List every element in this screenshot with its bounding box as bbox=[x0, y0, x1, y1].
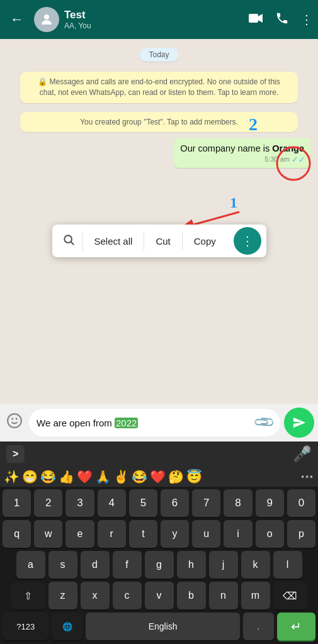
key-w[interactable]: w bbox=[34, 520, 62, 548]
toolbar-left: > bbox=[6, 445, 25, 463]
svg-text:1: 1 bbox=[230, 194, 237, 211]
cut-button[interactable]: Cut bbox=[144, 225, 181, 257]
emoji-thumbsup[interactable]: 👍 bbox=[59, 469, 74, 484]
key-n[interactable]: n bbox=[209, 582, 238, 609]
input-bar: We are open from 2022 📎 bbox=[0, 404, 318, 441]
keyboard-rows: 1 2 3 4 5 6 7 8 9 0 q w e r t y u i o p … bbox=[0, 487, 318, 609]
search-icon[interactable] bbox=[55, 233, 82, 249]
phone-call-icon[interactable] bbox=[275, 11, 289, 28]
emoji-laugh2[interactable]: 😂 bbox=[132, 469, 147, 484]
message-bubble[interactable]: Our company name is Orange 5:30 am ✓✓ bbox=[174, 138, 310, 167]
key-h[interactable]: h bbox=[177, 551, 206, 579]
read-tick: ✓✓ bbox=[292, 154, 305, 165]
key-c[interactable]: c bbox=[113, 582, 142, 609]
key-j[interactable]: j bbox=[209, 551, 238, 579]
key-4[interactable]: 4 bbox=[98, 489, 126, 517]
key-e[interactable]: e bbox=[65, 520, 94, 548]
emoji-more-dots[interactable]: ••• bbox=[301, 472, 314, 482]
language-key[interactable]: 🌐 bbox=[52, 613, 82, 640]
key-b[interactable]: b bbox=[177, 582, 206, 609]
emoji-laugh[interactable]: 😂 bbox=[40, 469, 56, 484]
svg-point-7 bbox=[8, 414, 21, 428]
avatar bbox=[34, 7, 59, 32]
key-0[interactable]: 0 bbox=[287, 489, 315, 517]
key-t[interactable]: t bbox=[129, 520, 157, 548]
svg-rect-1 bbox=[249, 14, 258, 23]
key-u[interactable]: u bbox=[192, 520, 220, 548]
key-k[interactable]: k bbox=[241, 551, 270, 579]
emoji-halo[interactable]: 😇 bbox=[186, 469, 202, 484]
key-m[interactable]: m bbox=[241, 582, 270, 609]
key-o[interactable]: o bbox=[256, 520, 284, 548]
emoji-redheart[interactable]: ❤️ bbox=[150, 469, 166, 484]
period-key[interactable]: . bbox=[243, 613, 274, 640]
key-6[interactable]: 6 bbox=[161, 489, 189, 517]
emoji-button[interactable] bbox=[4, 410, 25, 435]
chat-header: ← Test AA, You ⋮ bbox=[0, 0, 318, 39]
key-2[interactable]: 2 bbox=[34, 489, 62, 517]
emoji-pray[interactable]: 🙏 bbox=[95, 469, 111, 484]
video-call-icon[interactable] bbox=[249, 13, 264, 27]
header-actions: ⋮ bbox=[249, 11, 313, 28]
key-7[interactable]: 7 bbox=[192, 489, 220, 517]
bubble-meta: 5:30 am ✓✓ bbox=[264, 154, 305, 165]
more-options-icon[interactable]: ⋮ bbox=[300, 12, 313, 27]
encryption-notice[interactable]: 🔒 Messages and calls are end-to-end encr… bbox=[20, 72, 298, 103]
keyboard-toolbar: > 🎤 bbox=[0, 441, 318, 467]
emoji-heart[interactable]: ❤️ bbox=[77, 469, 93, 484]
input-text-before: We are open from 2022 bbox=[37, 416, 252, 430]
key-s[interactable]: s bbox=[48, 551, 77, 579]
keyboard: > 🎤 ✨ 😁 😂 👍 ❤️ 🙏 ✌️ 😂 ❤️ 🤔 😇 ••• 1 2 3 4… bbox=[0, 441, 318, 644]
key-z[interactable]: z bbox=[48, 582, 77, 609]
select-all-button[interactable]: Select all bbox=[83, 225, 144, 257]
key-1[interactable]: 1 bbox=[3, 489, 31, 517]
group-created-notice: You created group "Test". Tap to add mem… bbox=[20, 112, 298, 133]
send-button[interactable] bbox=[284, 408, 314, 438]
key-l[interactable]: l bbox=[273, 551, 302, 579]
header-info[interactable]: Test AA, You bbox=[64, 9, 244, 30]
delete-key[interactable]: ⌫ bbox=[273, 582, 307, 609]
key-9[interactable]: 9 bbox=[256, 489, 284, 517]
more-options-icon: ⋮ bbox=[241, 233, 254, 248]
key-a[interactable]: a bbox=[16, 551, 45, 579]
key-g[interactable]: g bbox=[145, 551, 174, 579]
message-row-outgoing: Our company name is Orange 5:30 am ✓✓ bbox=[8, 138, 310, 167]
chat-area: Today 🔒 Messages and calls are end-to-en… bbox=[0, 39, 318, 404]
emoji-peace[interactable]: ✌️ bbox=[113, 469, 129, 484]
key-p[interactable]: p bbox=[287, 520, 315, 548]
selected-text: 2022 bbox=[115, 418, 138, 428]
key-y[interactable]: y bbox=[161, 520, 189, 548]
key-5[interactable]: 5 bbox=[129, 489, 157, 517]
zxcv-row: ⇧ z x c v b n m ⌫ bbox=[3, 582, 315, 609]
bubble-text-bold: Orange bbox=[272, 143, 304, 153]
key-8[interactable]: 8 bbox=[224, 489, 252, 517]
svg-point-2 bbox=[64, 235, 72, 243]
key-f[interactable]: f bbox=[113, 551, 142, 579]
key-d[interactable]: d bbox=[81, 551, 110, 579]
space-key[interactable]: English bbox=[86, 613, 240, 640]
input-field[interactable]: We are open from 2022 📎 bbox=[29, 409, 280, 436]
keyboard-expand-button[interactable]: > bbox=[6, 445, 25, 463]
bubble-text-before: Our company name is bbox=[180, 143, 272, 153]
chat-subtitle: AA, You bbox=[64, 21, 244, 30]
back-button[interactable]: ← bbox=[5, 9, 29, 30]
key-x[interactable]: x bbox=[81, 582, 110, 609]
date-separator: Today bbox=[8, 48, 310, 62]
number-row: 1 2 3 4 5 6 7 8 9 0 bbox=[3, 489, 315, 517]
symbols-key[interactable]: ?123 bbox=[3, 613, 48, 640]
key-v[interactable]: v bbox=[145, 582, 174, 609]
keyboard-mic-button[interactable]: 🎤 bbox=[293, 445, 312, 463]
emoji-grin[interactable]: 😁 bbox=[22, 469, 38, 484]
key-i[interactable]: i bbox=[224, 520, 252, 548]
emoji-think[interactable]: 🤔 bbox=[168, 469, 184, 484]
more-options-button[interactable]: ⋮ bbox=[234, 227, 261, 255]
keyboard-bottom-row: ?123 🌐 English . ↵ bbox=[0, 613, 318, 640]
shift-key[interactable]: ⇧ bbox=[11, 582, 45, 609]
key-q[interactable]: q bbox=[3, 520, 31, 548]
attach-icon[interactable]: 📎 bbox=[253, 411, 276, 434]
copy-button[interactable]: Copy bbox=[183, 225, 227, 257]
key-3[interactable]: 3 bbox=[65, 489, 94, 517]
emoji-sparkles[interactable]: ✨ bbox=[4, 469, 20, 484]
key-r[interactable]: r bbox=[98, 520, 126, 548]
enter-key[interactable]: ↵ bbox=[277, 613, 315, 640]
